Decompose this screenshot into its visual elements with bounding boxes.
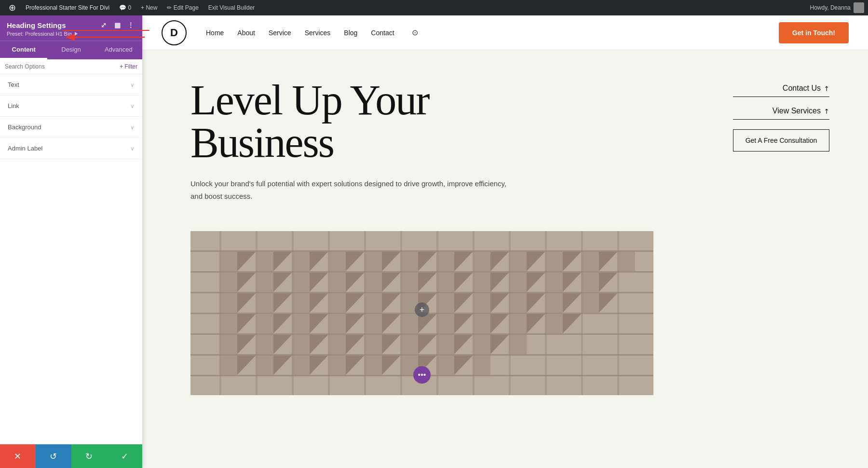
svg-marker-109 <box>545 314 563 333</box>
svg-marker-134 <box>328 356 346 375</box>
settings-title-row: Heading Settings ⤢ ▦ ⋮ <box>7 20 136 30</box>
svg-marker-111 <box>219 335 237 354</box>
svg-marker-105 <box>473 314 490 333</box>
floating-add-button[interactable]: + <box>415 303 429 317</box>
svg-rect-17 <box>190 250 653 252</box>
nav-services[interactable]: Services <box>305 29 331 37</box>
svg-marker-38 <box>473 252 490 271</box>
settings-preset[interactable]: Preset: Professional H1 Big <box>7 31 136 37</box>
hero-right: Contact Us ↗ View Services ↗ Get A Free … <box>733 79 829 221</box>
exit-builder-item[interactable]: Exit Visual Builder <box>203 0 260 15</box>
tab-advanced[interactable]: Advanced <box>95 41 142 59</box>
nav-contact[interactable]: Contact <box>371 29 394 37</box>
columns-icon[interactable]: ▦ <box>112 20 122 30</box>
tab-design[interactable]: Design <box>47 41 95 59</box>
svg-marker-55 <box>364 273 382 292</box>
option-admin-label[interactable]: Admin Label ∨ <box>0 138 142 159</box>
svg-marker-93 <box>256 314 273 333</box>
chevron-down-icon: ∨ <box>130 82 135 88</box>
new-label: + New <box>141 4 157 11</box>
cancel-button[interactable]: ✕ <box>0 444 36 468</box>
svg-marker-32 <box>364 252 382 271</box>
svg-marker-40 <box>509 252 527 271</box>
nav-home[interactable]: Home <box>206 29 224 37</box>
svg-marker-119 <box>364 335 382 354</box>
comments-item[interactable]: 💬 0 <box>114 0 136 15</box>
svg-marker-42 <box>545 252 563 271</box>
floating-menu-button[interactable]: ••• <box>413 366 431 384</box>
svg-marker-49 <box>256 273 273 292</box>
option-background[interactable]: Background ∨ <box>0 117 142 138</box>
edit-page-item[interactable]: ✏ Edit Page <box>162 0 203 15</box>
svg-marker-127 <box>509 335 527 354</box>
nav-search-icon[interactable]: ⊙ <box>412 28 418 37</box>
option-link[interactable]: Link ∨ <box>0 96 142 117</box>
wp-logo-icon: ⊕ <box>9 2 16 13</box>
settings-options-list: Text ∨ Link ∨ Background ∨ Admin Label ∨ <box>0 74 142 444</box>
preset-arrow-icon <box>75 32 78 36</box>
nav-service[interactable]: Service <box>269 29 291 37</box>
contact-us-arrow-icon: ↗ <box>822 83 831 93</box>
settings-header-icons: ⤢ ▦ ⋮ <box>99 20 136 30</box>
svg-marker-89 <box>581 293 599 313</box>
settings-tabs: Content Design Advanced <box>0 41 142 59</box>
search-input[interactable] <box>5 63 117 70</box>
settings-bottom-buttons: ✕ ↺ ↻ ✓ <box>0 444 142 468</box>
hero-layout: Level Up Your Business Unlock your brand… <box>190 79 829 221</box>
svg-rect-19 <box>190 292 653 293</box>
svg-marker-26 <box>256 252 273 271</box>
svg-marker-34 <box>400 252 418 271</box>
svg-marker-103 <box>436 314 454 333</box>
svg-rect-18 <box>190 271 653 273</box>
building-image-wrapper: + ••• <box>190 231 653 395</box>
option-link-label: Link <box>8 102 19 110</box>
user-avatar <box>854 2 864 13</box>
admin-user-label: Howdy, Deanna <box>810 4 851 11</box>
svg-marker-130 <box>256 356 273 375</box>
svg-marker-46 <box>617 252 635 271</box>
svg-marker-61 <box>473 273 490 292</box>
svg-marker-115 <box>292 335 310 354</box>
option-background-label: Background <box>8 124 41 131</box>
preset-label: Preset: Professional H1 Big <box>7 31 72 37</box>
svg-marker-121 <box>400 335 418 354</box>
redo-button[interactable]: ↻ <box>71 444 107 468</box>
svg-marker-123 <box>436 335 454 354</box>
exit-builder-label: Exit Visual Builder <box>208 4 255 11</box>
undo-button[interactable]: ↺ <box>36 444 71 468</box>
contact-us-link[interactable]: Contact Us ↗ <box>733 84 829 97</box>
svg-marker-47 <box>219 273 237 292</box>
svg-marker-107 <box>509 314 527 333</box>
tab-content[interactable]: Content <box>0 41 47 59</box>
view-services-arrow-icon: ↗ <box>822 106 831 116</box>
wp-logo-item[interactable]: ⊕ <box>4 0 21 15</box>
fullscreen-icon[interactable]: ⤢ <box>99 20 108 30</box>
edit-page-label: ✏ Edit Page <box>167 4 198 11</box>
svg-marker-85 <box>509 293 527 313</box>
comments-label: 💬 0 <box>119 4 131 11</box>
site-nav: Home About Service Services Blog Contact… <box>206 28 769 37</box>
svg-marker-132 <box>292 356 310 375</box>
view-services-link[interactable]: View Services ↗ <box>733 107 829 120</box>
nav-about[interactable]: About <box>237 29 255 37</box>
svg-marker-65 <box>545 273 563 292</box>
svg-marker-28 <box>292 252 310 271</box>
save-button[interactable]: ✓ <box>107 444 142 468</box>
filter-button[interactable]: + Filter <box>120 63 137 70</box>
svg-marker-128 <box>219 356 237 375</box>
site-logo: D <box>162 20 187 45</box>
svg-marker-117 <box>328 335 346 354</box>
svg-marker-75 <box>328 293 346 313</box>
content-area: D Home About Service Services Blog Conta… <box>142 15 868 468</box>
svg-rect-21 <box>190 333 653 335</box>
nav-blog[interactable]: Blog <box>344 29 357 37</box>
consultation-button[interactable]: Get A Free Consultation <box>733 129 829 151</box>
site-name-item[interactable]: Professional Starter Site For Divi <box>21 0 114 15</box>
new-item[interactable]: + New <box>136 0 162 15</box>
more-icon[interactable]: ⋮ <box>126 20 136 30</box>
option-text[interactable]: Text ∨ <box>0 74 142 96</box>
get-in-touch-button[interactable]: Get in Touch! <box>779 22 849 43</box>
svg-marker-53 <box>328 273 346 292</box>
wp-admin-bar: ⊕ Professional Starter Site For Divi 💬 0… <box>0 0 868 15</box>
svg-marker-95 <box>292 314 310 333</box>
